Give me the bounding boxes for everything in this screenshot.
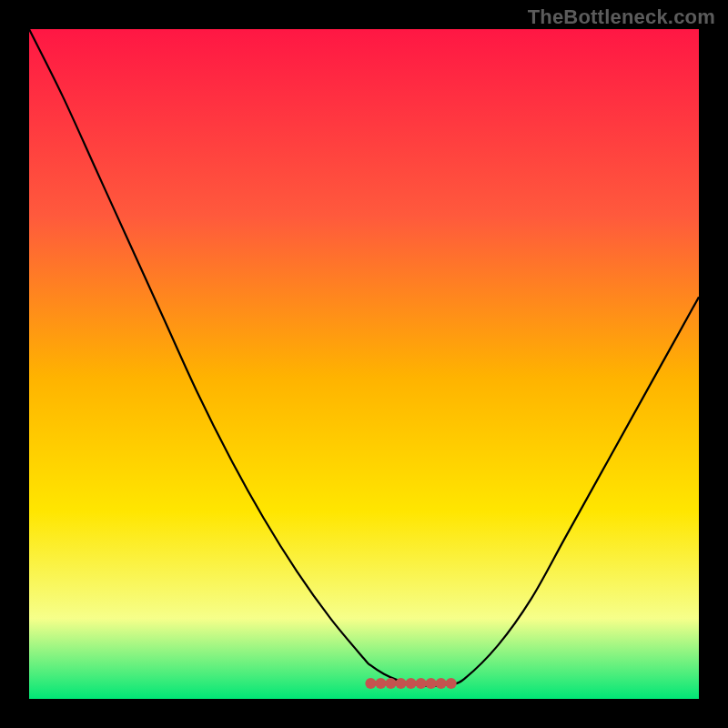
marker-dot xyxy=(436,678,447,689)
marker-dot xyxy=(385,678,396,689)
marker-dot xyxy=(395,678,406,689)
plot-area xyxy=(29,29,699,699)
bottom-marker-band xyxy=(365,678,456,689)
chart-frame: { "watermark": "TheBottleneck.com", "col… xyxy=(0,0,728,728)
watermark-text: TheBottleneck.com xyxy=(528,5,715,29)
marker-dot xyxy=(406,678,417,689)
bottleneck-chart xyxy=(0,0,728,728)
marker-dot xyxy=(416,678,427,689)
marker-dot xyxy=(365,678,376,689)
marker-dot xyxy=(446,678,457,689)
marker-dot xyxy=(375,678,386,689)
marker-dot xyxy=(426,678,437,689)
